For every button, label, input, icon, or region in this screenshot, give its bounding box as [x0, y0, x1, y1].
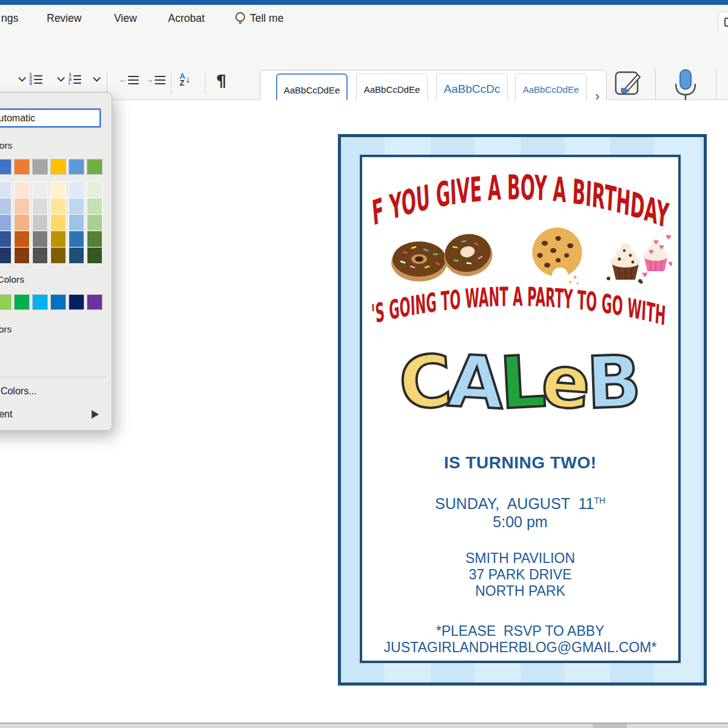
- color-variant-swatch[interactable]: [33, 215, 47, 231]
- color-variant-swatch[interactable]: [51, 248, 66, 263]
- color-swatch[interactable]: [69, 160, 84, 174]
- color-variant-swatch[interactable]: [0, 198, 11, 214]
- donut-icon: [440, 231, 496, 280]
- color-swatch[interactable]: [15, 160, 29, 174]
- name-letter: A: [447, 345, 505, 420]
- subtitle-text: IS TURNING TWO!: [362, 453, 678, 473]
- dictate-microphone-icon[interactable]: [672, 68, 699, 103]
- cupcake-icon: [607, 243, 643, 284]
- standard-colors-label: Standard Colors: [0, 274, 24, 285]
- time-text: 5:00 pm: [362, 513, 678, 531]
- tab-view[interactable]: View: [114, 5, 137, 32]
- color-variant-swatch[interactable]: [51, 215, 66, 231]
- color-variant-swatch[interactable]: [0, 182, 11, 198]
- color-variant-swatch[interactable]: [87, 215, 102, 231]
- tab-review[interactable]: Review: [47, 5, 81, 32]
- scrollbar-segment[interactable]: [593, 724, 627, 728]
- venue-line: NORTH PARK: [362, 583, 678, 599]
- venue-line: 37 PARK DRIVE: [362, 567, 678, 583]
- color-variant-swatch[interactable]: [15, 182, 29, 198]
- color-variant-swatch[interactable]: [15, 215, 29, 231]
- increase-indent-button[interactable]: →: [146, 75, 166, 84]
- color-variant-swatch[interactable]: [33, 198, 47, 214]
- multilevel-list-chevron-icon[interactable]: [94, 78, 99, 81]
- color-variant-swatch[interactable]: [51, 231, 66, 247]
- color-variant-swatch[interactable]: [15, 248, 29, 263]
- color-variant-swatch[interactable]: [69, 182, 84, 198]
- name-letter: C: [397, 345, 454, 420]
- cupcake-icon: ♥♥♥: [643, 239, 669, 271]
- svg-text:♥: ♥: [668, 260, 672, 268]
- color-swatch[interactable]: [0, 295, 11, 309]
- color-variant-swatch[interactable]: [69, 215, 84, 231]
- color-swatch[interactable]: [51, 160, 66, 174]
- cookie-icon: [532, 228, 582, 285]
- color-variant-swatch[interactable]: [69, 231, 84, 247]
- name-letter: B: [585, 345, 642, 419]
- rsvp-line: *PLEASE RSVP TO ABBY: [362, 623, 678, 639]
- show-paragraph-marks-button[interactable]: ¶: [216, 72, 226, 90]
- invitation-inner-panel: IF YOU GIVE A BOY A BIRTHDAY,: [360, 155, 681, 663]
- color-swatch[interactable]: [51, 295, 66, 309]
- tab-tell-me[interactable]: Tell me: [250, 5, 283, 32]
- tab-mailings-partial[interactable]: ngs: [1, 5, 18, 32]
- name-letter: e: [539, 345, 593, 419]
- multilevel-list-button[interactable]: 1ai: [69, 73, 81, 86]
- share-icon: [724, 18, 728, 27]
- tab-acrobat[interactable]: Acrobat: [168, 5, 204, 32]
- birthday-name: CALeB: [362, 346, 678, 418]
- gradient-menu-item[interactable]: Gradient: [0, 409, 12, 420]
- ribbon: 123 1ai ← → AZ ↓ ¶: [0, 32, 728, 100]
- color-variant-swatch[interactable]: [0, 215, 11, 231]
- color-variant-swatch[interactable]: [87, 182, 102, 198]
- color-swatch[interactable]: [0, 160, 11, 174]
- numbered-list-button[interactable]: 123: [29, 73, 42, 86]
- headline-top: IF YOU GIVE A BOY A BIRTHDAY,: [366, 166, 672, 237]
- svg-text:♥: ♥: [659, 244, 664, 251]
- submenu-arrow-icon: [92, 410, 99, 419]
- sort-button[interactable]: AZ ↓: [180, 73, 190, 86]
- donut-icon: [391, 241, 447, 281]
- invitation-image[interactable]: IF YOU GIVE A BOY A BIRTHDAY,: [338, 134, 707, 686]
- color-swatch[interactable]: [69, 295, 84, 309]
- venue-line: SMITH PAVILION: [362, 550, 678, 567]
- ribbon-tab-bar: ngs Review View Acrobat Tell me: [0, 5, 728, 32]
- color-variant-swatch[interactable]: [15, 198, 29, 214]
- treats-illustration: ♥♥♥ ♥♥♥: [366, 228, 672, 286]
- status-strip: [0, 723, 728, 728]
- partial-toolbar-button[interactable]: [718, 12, 728, 33]
- svg-text:♥: ♥: [666, 234, 672, 241]
- automatic-color-button[interactable]: Automatic: [0, 109, 101, 127]
- color-variant-swatch[interactable]: [51, 182, 66, 198]
- numbered-list-chevron-icon[interactable]: [58, 78, 64, 81]
- color-swatch[interactable]: [15, 295, 29, 309]
- color-variant-swatch[interactable]: [0, 231, 11, 247]
- color-swatch[interactable]: [87, 160, 102, 174]
- styles-pane-icon[interactable]: [613, 70, 642, 99]
- color-variant-swatch[interactable]: [33, 248, 47, 263]
- color-variant-swatch[interactable]: [33, 182, 47, 198]
- word-window: ngs Review View Acrobat Tell me 123 1ai …: [0, 0, 728, 728]
- color-variant-swatch[interactable]: [51, 198, 66, 214]
- color-variant-swatch[interactable]: [33, 231, 47, 247]
- more-colors-menu-item[interactable]: More Colors...: [0, 386, 36, 397]
- color-variant-swatch[interactable]: [0, 248, 11, 263]
- rsvp-line: JUSTAGIRLANDHERBLOG@GMAIL.COM*: [362, 639, 678, 656]
- color-variant-swatch[interactable]: [69, 248, 84, 263]
- decrease-indent-button[interactable]: ←: [119, 75, 139, 84]
- chevron-down-icon[interactable]: [19, 78, 25, 81]
- svg-text:♥: ♥: [642, 271, 648, 279]
- color-variant-swatch[interactable]: [87, 248, 102, 263]
- menu-divider: [0, 377, 107, 377]
- date-text: SUNDAY, AUGUST 11TH: [362, 495, 678, 513]
- color-swatch[interactable]: [33, 295, 47, 309]
- color-variant-swatch[interactable]: [87, 231, 102, 247]
- svg-text:♥: ♥: [653, 239, 659, 246]
- color-swatch[interactable]: [87, 295, 102, 309]
- svg-text:IF YOU GIVE A BOY A BIRTHDAY,: IF YOU GIVE A BOY A BIRTHDAY,: [363, 134, 671, 236]
- color-variant-swatch[interactable]: [15, 231, 29, 247]
- color-variant-swatch[interactable]: [69, 198, 84, 214]
- title-bar: [0, 0, 728, 5]
- color-variant-swatch[interactable]: [87, 198, 102, 214]
- color-swatch[interactable]: [33, 160, 47, 174]
